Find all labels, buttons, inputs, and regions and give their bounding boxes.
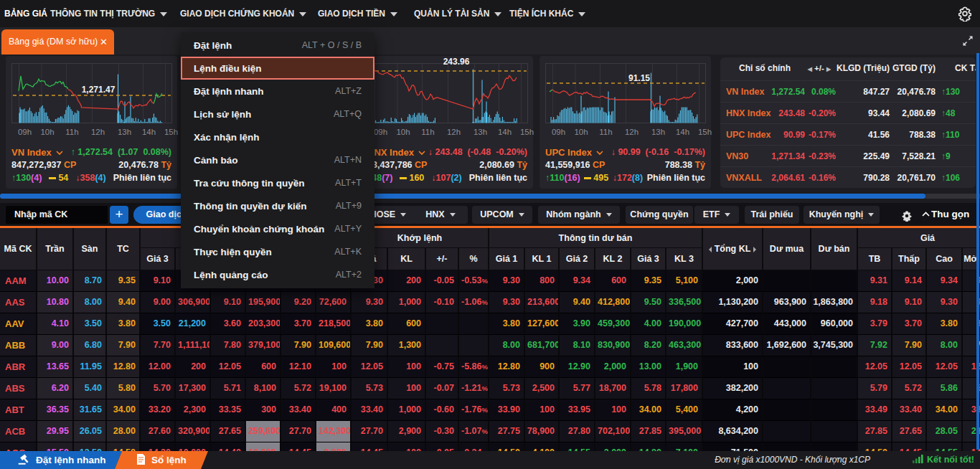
svg-text:1,271.47: 1,271.47 — [82, 85, 116, 95]
svg-text:91.15: 91.15 — [628, 73, 650, 83]
